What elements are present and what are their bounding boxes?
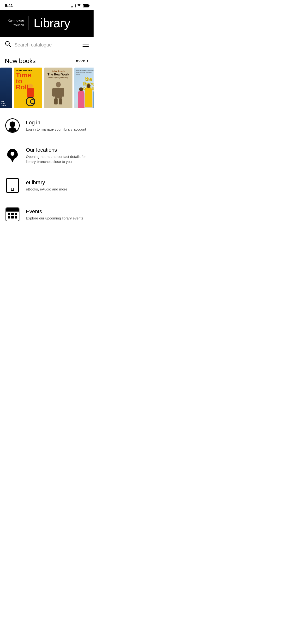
council-name: Ku·ring·gai Council	[8, 18, 24, 28]
login-text: Log in Log in to manage your library acc…	[26, 120, 89, 132]
locations-title: Our locations	[26, 147, 89, 153]
person-head	[10, 122, 15, 127]
status-icons	[71, 4, 89, 8]
search-bar[interactable]: Search catalogue	[0, 37, 94, 53]
book-item[interactable]: URERStoms	[0, 68, 12, 108]
locations-desc: Opening hours and contact details for li…	[26, 154, 89, 164]
login-menu-item[interactable]: Log in Log in to manage your library acc…	[5, 111, 89, 140]
svg-rect-6	[54, 98, 58, 104]
login-icon-wrap	[5, 118, 20, 133]
elibrary-menu-item[interactable]: eLibrary eBooks, eAudio and more	[5, 171, 89, 200]
search-left[interactable]: Search catalogue	[5, 41, 52, 49]
menu-items-list: Log in Log in to manage your library acc…	[0, 111, 94, 229]
elibrary-icon-wrap	[5, 178, 20, 193]
new-books-header: New books more >	[0, 53, 94, 68]
locations-menu-item[interactable]: Our locations Opening hours and contact …	[5, 140, 89, 171]
hamburger-line-2	[83, 44, 89, 45]
wifi-icon	[77, 4, 81, 8]
book-item[interactable]: Adam Gopnik The Real Work On the Mystery…	[44, 68, 72, 108]
events-icon-wrap	[5, 207, 20, 222]
svg-rect-7	[59, 98, 62, 104]
svg-line-1	[9, 45, 11, 47]
login-title: Log in	[26, 120, 89, 126]
elibrary-desc: eBooks, eAudio and more	[26, 187, 89, 192]
locations-text: Our locations Opening hours and contact …	[26, 147, 89, 164]
hamburger-menu-icon[interactable]	[83, 43, 89, 47]
new-books-title: New books	[5, 57, 36, 65]
app-header: Ku·ring·gai Council Library	[0, 10, 94, 37]
svg-point-2	[56, 82, 61, 88]
person-body	[8, 127, 17, 133]
tablet-home-button	[11, 188, 14, 191]
svg-rect-4	[52, 88, 55, 96]
svg-rect-3	[55, 88, 62, 98]
events-desc: Explore our upcoming library events	[26, 216, 89, 221]
elibrary-title: eLibrary	[26, 180, 89, 186]
events-text: Events Explore our upcoming library even…	[26, 208, 89, 221]
pin-head	[7, 149, 18, 159]
location-pin-icon	[7, 149, 18, 162]
new-books-more[interactable]: more >	[76, 59, 89, 64]
login-desc: Log in to manage your library account	[26, 127, 89, 132]
calendar-body	[6, 212, 19, 220]
person-icon	[5, 118, 20, 133]
hamburger-line-1	[83, 43, 89, 43]
status-time: 9:41	[5, 3, 13, 8]
events-title: Events	[26, 208, 89, 215]
elibrary-text: eLibrary eBooks, eAudio and more	[26, 180, 89, 192]
book-item[interactable]: ORE AGBAJE-WILLIAMSincludes • KATIE DOLA…	[74, 68, 94, 108]
events-menu-item[interactable]: Events Explore our upcoming library even…	[5, 200, 89, 229]
locations-icon-wrap	[5, 148, 20, 163]
search-placeholder-text[interactable]: Search catalogue	[14, 42, 52, 48]
book-item[interactable]: JAMIE SUMNER TimetoRoll	[14, 68, 42, 108]
signal-icon	[71, 4, 76, 8]
search-icon	[5, 41, 12, 49]
battery-icon	[83, 4, 89, 8]
library-title: Library	[34, 16, 70, 30]
calendar-header	[6, 208, 19, 212]
header-divider	[29, 16, 29, 30]
tablet-icon	[6, 178, 19, 193]
book-carousel[interactable]: URERStoms JAMIE SUMNER TimetoRoll Adam G…	[0, 68, 94, 111]
svg-rect-5	[61, 88, 64, 96]
calendar-icon	[6, 208, 20, 222]
hamburger-line-3	[83, 46, 89, 47]
status-bar: 9:41	[0, 0, 94, 10]
